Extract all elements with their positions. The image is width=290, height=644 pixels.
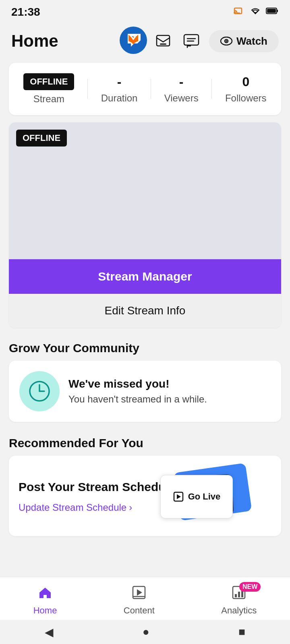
clock-icon-circle: [19, 371, 60, 411]
community-card-subtitle: You haven't streamed in a while.: [68, 394, 207, 405]
svg-marker-21: [177, 494, 181, 499]
svg-point-1: [234, 12, 235, 14]
preview-card: OFFLINE Stream Manager Edit Stream Info: [9, 122, 281, 328]
nav-home[interactable]: Home: [33, 585, 57, 616]
recommended-image: Go Live: [144, 456, 281, 536]
android-nav-bar: ◀ ● ■: [0, 620, 290, 644]
status-icons: [234, 6, 279, 18]
svg-rect-4: [267, 9, 276, 13]
svg-rect-26: [235, 594, 237, 597]
viewers-label: Viewers: [164, 93, 199, 104]
preview-offline-badge: OFFLINE: [16, 130, 67, 147]
content-icon: [132, 585, 146, 603]
stat-divider-2: [151, 79, 151, 99]
watch-button[interactable]: Watch: [209, 30, 279, 52]
community-card[interactable]: We've missed you! You haven't streamed i…: [9, 361, 281, 422]
home-icon: [38, 585, 52, 603]
offline-badge: OFFLINE: [23, 73, 74, 90]
viewers-stat: - Viewers: [164, 74, 199, 104]
duration-value: -: [117, 74, 122, 89]
header-actions: Watch: [153, 30, 279, 52]
viewers-value: -: [179, 74, 184, 89]
brand-logo: [120, 27, 147, 56]
svg-point-16: [226, 40, 227, 42]
recommended-section-heading: Recommended For You: [0, 431, 290, 456]
community-section-heading: Grow Your Community: [0, 336, 290, 361]
stream-manager-button[interactable]: Stream Manager: [9, 259, 281, 294]
header: Home: [0, 23, 290, 63]
status-time: 21:38: [11, 6, 40, 19]
svg-rect-2: [237, 12, 240, 14]
battery-icon: [266, 7, 279, 17]
svg-rect-27: [238, 592, 240, 597]
stats-card: OFFLINE Stream - Duration - Viewers 0 Fo…: [9, 63, 281, 115]
duration-label: Duration: [101, 93, 138, 104]
wifi-icon: [250, 6, 261, 18]
svg-rect-10: [160, 43, 166, 45]
nav-analytics[interactable]: NEW Analytics: [221, 585, 257, 616]
nav-analytics-label: Analytics: [221, 605, 257, 616]
watch-label: Watch: [236, 35, 267, 47]
offline-stream-stat: OFFLINE Stream: [23, 73, 74, 105]
edit-stream-button[interactable]: Edit Stream Info: [9, 294, 281, 328]
nav-content[interactable]: Content: [124, 585, 155, 616]
go-live-label: Go Live: [188, 491, 221, 502]
svg-rect-5: [277, 10, 278, 12]
bottom-nav: Home Content NEW Analytics: [0, 577, 290, 620]
home-button[interactable]: ●: [143, 625, 149, 638]
chat-button[interactable]: [181, 31, 202, 52]
duration-stat: - Duration: [101, 74, 138, 104]
stat-divider-1: [87, 79, 88, 99]
cast-icon: [234, 6, 245, 18]
followers-value: 0: [242, 74, 249, 89]
followers-stat: 0 Followers: [225, 74, 267, 104]
community-card-title: We've missed you!: [68, 378, 207, 390]
followers-label: Followers: [225, 93, 267, 104]
back-button[interactable]: ◀: [45, 625, 54, 639]
analytics-new-badge: NEW: [239, 582, 261, 592]
stat-divider-3: [211, 79, 212, 99]
stream-label: Stream: [33, 93, 64, 105]
stream-preview: OFFLINE: [9, 122, 281, 259]
card-front: Go Live: [160, 475, 233, 518]
status-bar: 21:38: [0, 0, 290, 23]
page-title: Home: [11, 31, 114, 51]
recents-button[interactable]: ■: [238, 625, 245, 638]
recommended-card: Post Your Stream Schedule Update Stream …: [9, 456, 281, 536]
card-stack-visual: Go Live: [144, 464, 273, 528]
svg-marker-23: [137, 589, 142, 596]
svg-rect-11: [184, 35, 199, 45]
nav-content-label: Content: [124, 605, 155, 616]
nav-home-label: Home: [33, 605, 57, 616]
inbox-button[interactable]: [153, 31, 174, 52]
community-text-block: We've missed you! You haven't streamed i…: [68, 378, 207, 405]
